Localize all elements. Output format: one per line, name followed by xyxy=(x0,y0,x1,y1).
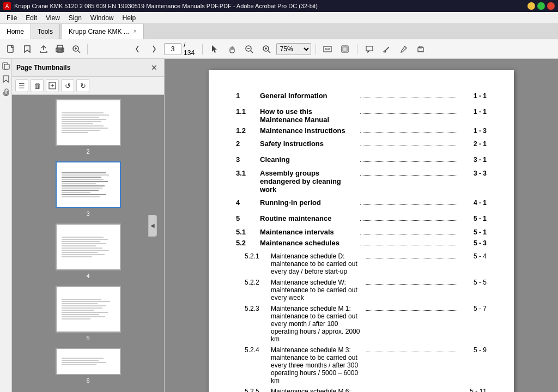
fullscreen-button[interactable] xyxy=(337,41,353,57)
page-number-input[interactable]: 3 xyxy=(164,43,181,55)
svg-rect-2 xyxy=(57,45,63,49)
thumbnail-page-5[interactable]: 5 xyxy=(56,286,121,341)
toc-page-14: 5 - 11 xyxy=(460,388,487,392)
toc-page-13: 5 - 9 xyxy=(460,346,487,354)
svg-line-7 xyxy=(78,51,80,53)
close-button[interactable] xyxy=(547,2,555,10)
next-page-button[interactable] xyxy=(147,41,162,57)
toc-row-1: 1.1How to use this Maintenance Manual1 -… xyxy=(236,107,487,124)
thumbnails-panel: 2 xyxy=(12,95,164,392)
toc-page-6: 4 - 1 xyxy=(460,199,487,207)
tab-tools[interactable]: Tools xyxy=(31,24,60,39)
svg-rect-4 xyxy=(58,50,62,52)
left-icon-strip xyxy=(0,59,12,392)
svg-point-5 xyxy=(62,49,63,50)
tab-home[interactable]: Home xyxy=(0,24,31,39)
svg-line-16 xyxy=(268,51,270,53)
toc-row-2: 1.2Maintenance instructions1 - 3 xyxy=(236,126,487,135)
toc-title-1: How to use this Maintenance Manual xyxy=(260,107,357,124)
minimize-button[interactable] xyxy=(527,2,535,10)
toc-num-13: 5.2.4 xyxy=(245,346,271,354)
pdf-page: 1General Information1 - 11.1How to use t… xyxy=(209,70,514,392)
zoom-in-btn[interactable] xyxy=(69,41,84,57)
sidebar: Page Thumbnails ✕ ☰ 🗑 ↺ ↻ xyxy=(12,59,165,392)
toc-row-14: 5.2.5Maintenance schedule M 6: maintenan… xyxy=(236,387,487,392)
menu-file[interactable]: File xyxy=(2,13,21,23)
thumbnail-page-6[interactable]: 6 xyxy=(56,348,121,384)
toc-dots-4 xyxy=(360,155,457,162)
stamp-button[interactable] xyxy=(413,41,428,57)
maximize-button[interactable] xyxy=(537,2,545,10)
toc-title-12: Maintenance schedule M 1: maintenance to… xyxy=(271,305,362,343)
draw-button[interactable] xyxy=(396,41,411,57)
menu-edit[interactable]: Edit xyxy=(21,13,41,23)
zoom-out-button[interactable] xyxy=(242,41,257,57)
new-button[interactable] xyxy=(3,41,19,57)
select-tool[interactable] xyxy=(207,41,222,57)
menu-help[interactable]: Help xyxy=(118,13,141,23)
sidebar-extract-button[interactable] xyxy=(46,79,59,92)
toc-dots-6 xyxy=(360,198,457,205)
menu-sign[interactable]: Sign xyxy=(64,13,86,23)
toc-num-2: 1.2 xyxy=(236,126,260,135)
toc-num-6: 4 xyxy=(236,198,260,207)
toc-row-0: 1General Information1 - 1 xyxy=(236,92,487,100)
thumbnail-page-4[interactable]: 4 xyxy=(56,224,121,279)
panel-pages-icon[interactable] xyxy=(1,61,11,71)
sidebar-close-button[interactable]: ✕ xyxy=(149,62,160,73)
thumbnail-label-6: 6 xyxy=(86,377,89,384)
fit-page-button[interactable] xyxy=(320,41,336,57)
sidebar-rotate-ccw-button[interactable]: ↺ xyxy=(61,79,74,92)
toc-title-6: Running-in period xyxy=(260,198,357,207)
main-area: Page Thumbnails ✕ ☰ 🗑 ↺ ↻ xyxy=(0,59,558,392)
svg-marker-1 xyxy=(25,46,30,52)
comment-button[interactable] xyxy=(362,41,377,57)
toolbar: 3 / 134 75% 50% 100% 125% 150% xyxy=(0,39,558,59)
toc-num-3: 2 xyxy=(236,140,260,148)
thumbnail-label-5: 5 xyxy=(86,335,89,341)
toc-title-8: Maintenance intervals xyxy=(260,228,357,236)
svg-rect-25 xyxy=(366,46,373,51)
panel-bookmarks-icon[interactable] xyxy=(1,74,11,84)
toc-page-11: 5 - 5 xyxy=(460,279,487,286)
thumbnail-page-3[interactable]: 3 xyxy=(56,161,121,217)
sidebar-menu-button[interactable]: ☰ xyxy=(15,79,28,92)
tab-document-label: Krupp Crane KMK ... xyxy=(69,28,129,35)
zoom-in-button[interactable] xyxy=(259,41,274,57)
toc-dots-3 xyxy=(360,140,457,146)
thumbnail-frame-3 xyxy=(56,161,121,208)
svg-rect-32 xyxy=(4,64,9,69)
tab-close-icon[interactable]: × xyxy=(134,28,137,34)
sidebar-rotate-cw-button[interactable]: ↻ xyxy=(76,79,89,92)
tab-document[interactable]: Krupp Crane KMK ... × xyxy=(62,24,144,39)
toc-title-10: Maintenance schedule D: maintenance to b… xyxy=(271,252,362,275)
toc-num-4: 3 xyxy=(236,155,260,164)
toc-dots-12 xyxy=(366,304,457,311)
bookmark-button[interactable] xyxy=(20,41,35,57)
toc-title-3: Safety instructions xyxy=(260,140,357,148)
svg-marker-11 xyxy=(212,45,217,53)
zoom-select[interactable]: 75% 50% 100% 125% 150% xyxy=(276,43,311,55)
upload-button[interactable] xyxy=(36,41,51,57)
highlight-button[interactable] xyxy=(379,41,394,57)
toc-num-8: 5.1 xyxy=(236,228,260,236)
toc-row-8: 5.1Maintenance intervals5 - 1 xyxy=(236,228,487,236)
menu-window[interactable]: Window xyxy=(86,13,118,23)
sidebar-delete-button[interactable]: 🗑 xyxy=(31,79,44,92)
hand-tool[interactable] xyxy=(225,41,240,57)
panel-attachments-icon[interactable] xyxy=(1,87,11,97)
prev-page-button[interactable] xyxy=(130,41,145,57)
toc-num-9: 5.2 xyxy=(236,239,260,247)
toc-title-7: Routine maintenance xyxy=(260,214,357,222)
pdf-viewer: 1General Information1 - 11.1How to use t… xyxy=(165,59,558,392)
print-button[interactable] xyxy=(52,41,68,57)
sidebar-collapse-button[interactable]: ◀ xyxy=(148,215,157,237)
toc-row-7: 5Routine maintenance5 - 1 xyxy=(236,214,487,222)
thumbnail-frame-2 xyxy=(56,99,121,146)
menu-view[interactable]: View xyxy=(41,13,64,23)
toc-page-10: 5 - 4 xyxy=(460,252,487,260)
toc-row-11: 5.2.2Maintenance schedule W: maintenance… xyxy=(236,278,487,301)
tab-home-label: Home xyxy=(7,28,24,35)
sidebar-header: Page Thumbnails ✕ xyxy=(12,59,164,77)
thumbnail-page-2[interactable]: 2 xyxy=(56,99,121,155)
